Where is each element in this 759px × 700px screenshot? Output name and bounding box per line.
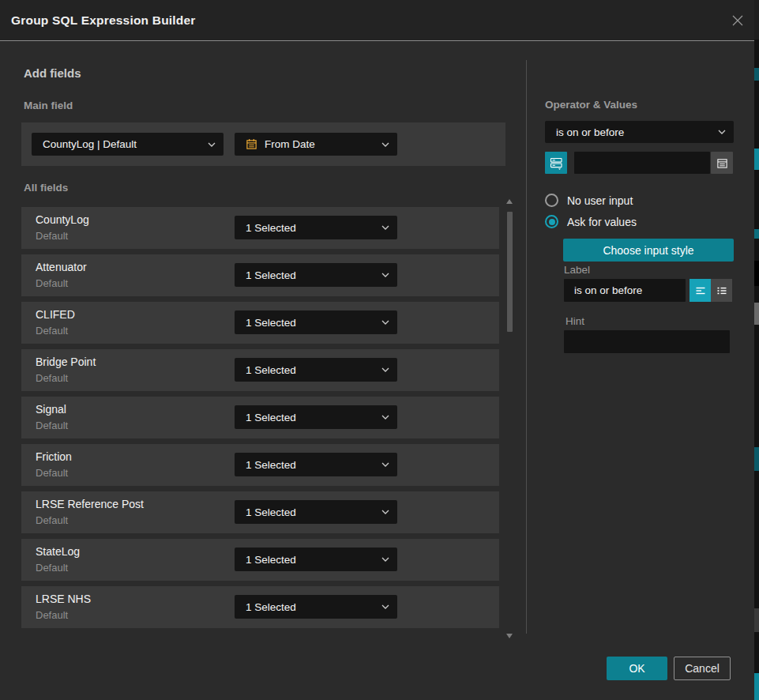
backdrop-segment (754, 229, 759, 239)
scroll-down-icon[interactable] (506, 634, 513, 638)
field-name: Friction (36, 450, 72, 463)
operator-values-heading: Operator & Values (545, 99, 637, 111)
field-sublabel: Default (36, 277, 68, 289)
choose-input-style-button[interactable]: Choose input style (563, 239, 734, 262)
field-values-select[interactable]: 1 Selected (235, 500, 397, 524)
main-field-layer-select-value: CountyLog | Default (43, 138, 137, 150)
field-name: LRSE NHS (36, 593, 91, 605)
field-selection-value: 1 Selected (246, 554, 296, 566)
backdrop-segment (754, 608, 759, 632)
backdrop-segment (754, 149, 759, 170)
value-type-toggle-button[interactable] (545, 152, 567, 174)
backdrop-segment (754, 673, 759, 700)
dialog-header: Group SQL Expression Builder (0, 0, 754, 41)
field-sublabel: Default (36, 467, 68, 479)
chevron-down-icon (381, 462, 389, 467)
main-field-field-select[interactable]: From Date (235, 133, 397, 156)
chevron-down-icon (381, 557, 389, 562)
field-values-select[interactable]: 1 Selected (235, 310, 397, 334)
field-sublabel: Default (36, 230, 68, 242)
field-values-select[interactable]: 1 Selected (235, 595, 397, 619)
chevron-down-icon (381, 225, 389, 230)
field-sublabel: Default (36, 420, 68, 431)
field-selection-value: 1 Selected (246, 317, 296, 329)
operator-select-value: is on or before (556, 126, 624, 138)
field-selection-value: 1 Selected (246, 601, 296, 613)
scrollbar-thumb[interactable] (507, 212, 513, 332)
ok-button[interactable]: OK (607, 657, 667, 680)
field-name: Attenuator (36, 261, 87, 273)
stacked-inputs-icon (550, 156, 563, 170)
close-button[interactable] (728, 11, 747, 30)
all-fields-label: All fields (24, 182, 68, 194)
calendar-icon (716, 157, 728, 169)
field-row: Bridge Point Default 1 Selected (21, 349, 499, 391)
chevron-down-icon (381, 320, 389, 325)
field-selection-value: 1 Selected (246, 459, 296, 471)
radio-option-label: Ask for values (567, 216, 637, 228)
scroll-up-icon[interactable] (506, 199, 513, 204)
fields-list-scrollbar[interactable] (506, 199, 513, 638)
label-field-label: Label (564, 264, 590, 276)
dialog-title: Group SQL Expression Builder (11, 0, 196, 40)
label-style-list-button[interactable] (711, 279, 732, 302)
field-selection-value: 1 Selected (246, 364, 296, 376)
cancel-button[interactable]: Cancel (674, 657, 731, 680)
chevron-down-icon (381, 142, 389, 147)
field-sublabel: Default (36, 372, 68, 384)
radio-icon (545, 194, 558, 207)
field-selection-value: 1 Selected (246, 269, 296, 281)
value-date-input[interactable] (574, 152, 710, 174)
backdrop-strip (754, 0, 759, 700)
radio-option-label: No user input (567, 194, 633, 207)
field-name: StateLog (36, 545, 80, 558)
all-fields-list: CountyLog Default 1 Selected Attenuator … (21, 207, 499, 634)
chevron-down-icon (208, 142, 216, 147)
label-style-single-button[interactable] (689, 279, 711, 302)
date-picker-button[interactable] (711, 152, 733, 174)
field-sublabel: Default (36, 609, 68, 621)
field-selection-value: 1 Selected (246, 412, 296, 423)
backdrop-segment (754, 0, 759, 40)
date-field-type-icon (246, 138, 257, 150)
hint-input[interactable] (564, 330, 730, 353)
chevron-down-icon (718, 130, 726, 134)
field-row: Attenuator Default 1 Selected (21, 254, 499, 296)
backdrop-segment (754, 447, 759, 471)
align-left-lines-icon (694, 284, 707, 297)
field-row: CLIFED Default 1 Selected (21, 302, 499, 344)
field-values-select[interactable]: 1 Selected (235, 453, 397, 476)
main-field-label: Main field (24, 100, 73, 111)
field-values-select[interactable]: 1 Selected (235, 358, 397, 382)
field-row: LRSE Reference Post Default 1 Selected (21, 491, 499, 533)
radio-option-no-user-input[interactable]: No user input (545, 194, 633, 207)
operator-select[interactable]: is on or before (545, 121, 734, 143)
chevron-down-icon (381, 604, 389, 609)
field-sublabel: Default (36, 514, 68, 526)
field-row: CountyLog Default 1 Selected (21, 207, 499, 249)
chevron-down-icon (381, 510, 389, 514)
field-row: Signal Default 1 Selected (21, 397, 499, 438)
field-values-select[interactable]: 1 Selected (235, 263, 397, 287)
field-sublabel: Default (36, 562, 68, 574)
field-name: Signal (36, 403, 66, 416)
hint-field-label: Hint (565, 315, 584, 327)
field-sublabel: Default (36, 325, 68, 337)
field-row: Friction Default 1 Selected (21, 444, 499, 486)
field-values-select[interactable]: 1 Selected (235, 216, 397, 239)
panel-divider (526, 60, 527, 634)
group-sql-expression-builder-dialog: Group SQL Expression Builder Add fields … (0, 0, 754, 700)
field-row: StateLog Default 1 Selected (21, 539, 499, 581)
main-field-field-select-value: From Date (265, 138, 315, 150)
field-row: LRSE NHS Default 1 Selected (21, 586, 499, 628)
radio-icon (545, 215, 558, 228)
backdrop-segment (754, 303, 759, 325)
field-values-select[interactable]: 1 Selected (235, 548, 397, 571)
label-input[interactable] (564, 279, 686, 302)
main-field-layer-select[interactable]: CountyLog | Default (32, 133, 224, 156)
field-values-select[interactable]: 1 Selected (235, 405, 397, 429)
field-name: Bridge Point (36, 356, 96, 368)
backdrop-segment (754, 68, 759, 81)
field-selection-value: 1 Selected (246, 222, 296, 234)
radio-option-ask-for-values[interactable]: Ask for values (545, 215, 637, 228)
